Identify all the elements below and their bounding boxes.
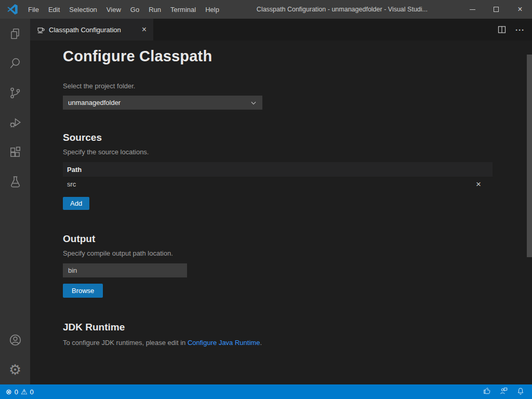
settings-button[interactable]: ⚙ — [0, 355, 30, 384]
output-section: Output Specify compile output path locat… — [63, 233, 511, 298]
page-title: Configure Classpath — [63, 48, 511, 65]
search-icon — [8, 57, 22, 70]
menu-bar: File Edit Selection View Go Run Terminal… — [23, 0, 224, 19]
vscode-window: File Edit Selection View Go Run Terminal… — [0, 0, 532, 399]
configure-java-runtime-link[interactable]: Configure Java Runtime — [188, 339, 260, 347]
tab-bar: Classpath Configuration × ··· — [30, 19, 532, 41]
menu-edit[interactable]: Edit — [44, 0, 64, 19]
table-row[interactable]: src × — [63, 177, 493, 192]
window-controls: × — [460, 0, 532, 19]
title-bar: File Edit Selection View Go Run Terminal… — [0, 0, 532, 19]
menu-selection[interactable]: Selection — [64, 0, 101, 19]
path-column-header: Path — [67, 166, 82, 174]
status-bar-right — [483, 387, 532, 397]
sources-section: Sources Specify the source locations. Pa… — [63, 132, 511, 210]
sources-table-header: Path — [63, 162, 493, 177]
warning-count: 0 — [30, 388, 34, 396]
editor-actions: ··· — [498, 19, 532, 41]
jdk-runtime-heading: JDK Runtime — [63, 322, 511, 333]
output-heading: Output — [63, 233, 511, 245]
close-window-button[interactable]: × — [508, 0, 532, 19]
tab-close-icon[interactable]: × — [140, 25, 148, 34]
project-folder-select[interactable]: unmanagedfolder — [63, 96, 262, 110]
window-title: Classpath Configuration - unmanagedfolde… — [224, 6, 460, 13]
menu-go[interactable]: Go — [126, 0, 144, 19]
project-folder-value: unmanagedfolder — [68, 99, 250, 107]
sources-heading: Sources — [63, 132, 511, 143]
referenced-libraries-heading: Referenced Libraries — [63, 369, 511, 370]
sources-table: Path src × — [63, 162, 493, 192]
person-feedback-icon — [499, 387, 508, 395]
extensions-icon — [8, 145, 22, 159]
beaker-icon — [8, 175, 22, 189]
classpath-configuration-page: Configure Classpath Select the project f… — [30, 41, 532, 370]
search-tab[interactable] — [0, 48, 30, 78]
menu-run[interactable]: Run — [144, 0, 166, 19]
jdk-runtime-section: JDK Runtime To configure JDK runtimes, p… — [63, 322, 511, 347]
maximize-icon — [494, 7, 499, 12]
error-count: 0 — [15, 388, 18, 396]
jdk-text-after: . — [260, 339, 262, 347]
source-control-tab[interactable] — [0, 78, 30, 108]
files-icon — [8, 27, 22, 41]
menu-file[interactable]: File — [23, 0, 44, 19]
extensions-tab[interactable] — [0, 137, 30, 167]
menu-help[interactable]: Help — [201, 0, 224, 19]
remove-source-icon[interactable]: × — [469, 180, 488, 189]
output-description: Specify compile output path location. — [63, 249, 511, 257]
jdk-runtime-text: To configure JDK runtimes, please edit i… — [63, 339, 511, 347]
feedback-button[interactable] — [483, 387, 491, 397]
editor-group: Classpath Configuration × ··· Configure … — [30, 19, 532, 384]
warning-icon: ⚠ — [21, 388, 28, 395]
menu-view[interactable]: View — [102, 0, 126, 19]
run-debug-tab[interactable] — [0, 108, 30, 137]
source-path-value: src — [67, 180, 469, 188]
minimize-button[interactable] — [460, 0, 484, 19]
add-source-button[interactable]: Add — [63, 197, 89, 210]
sources-description: Specify the source locations. — [63, 148, 511, 156]
jdk-text-before: To configure JDK runtimes, please edit i… — [63, 339, 188, 347]
more-actions-button[interactable]: ··· — [515, 25, 525, 34]
notifications-button[interactable] — [516, 387, 525, 397]
bell-icon — [516, 387, 525, 395]
status-bar: ⊗ 0 ⚠ 0 — [0, 384, 532, 399]
accounts-button[interactable] — [0, 325, 30, 355]
maximize-button[interactable] — [484, 0, 508, 19]
java-cup-icon — [36, 25, 45, 34]
git-branch-icon — [8, 86, 22, 100]
vertical-scrollbar[interactable] — [527, 55, 532, 257]
split-editor-icon — [498, 25, 506, 34]
tab-classpath-configuration[interactable]: Classpath Configuration × — [30, 19, 153, 41]
output-path-input[interactable] — [63, 263, 187, 277]
thumbs-up-icon — [483, 387, 491, 395]
java-status-button[interactable] — [499, 387, 508, 397]
activity-bar: ⚙ — [0, 19, 30, 384]
error-icon: ⊗ — [6, 388, 12, 395]
gear-icon: ⚙ — [9, 363, 21, 377]
minimize-icon — [470, 9, 475, 10]
vscode-logo-icon — [7, 4, 18, 15]
explorer-tab[interactable] — [0, 19, 30, 48]
tab-label: Classpath Configuration — [49, 26, 137, 34]
chevron-down-icon — [250, 99, 257, 107]
menu-terminal[interactable]: Terminal — [166, 0, 201, 19]
testing-tab[interactable] — [0, 167, 30, 196]
close-icon: × — [517, 5, 522, 14]
account-icon — [8, 333, 22, 347]
project-folder-label: Select the project folder. — [63, 82, 511, 90]
referenced-libraries-section: Referenced Libraries Specify referenced … — [63, 369, 511, 370]
run-debug-icon — [8, 116, 22, 129]
browse-button[interactable]: Browse — [63, 284, 103, 298]
split-editor-button[interactable] — [498, 25, 506, 34]
problems-status[interactable]: ⊗ 0 ⚠ 0 — [0, 388, 34, 396]
